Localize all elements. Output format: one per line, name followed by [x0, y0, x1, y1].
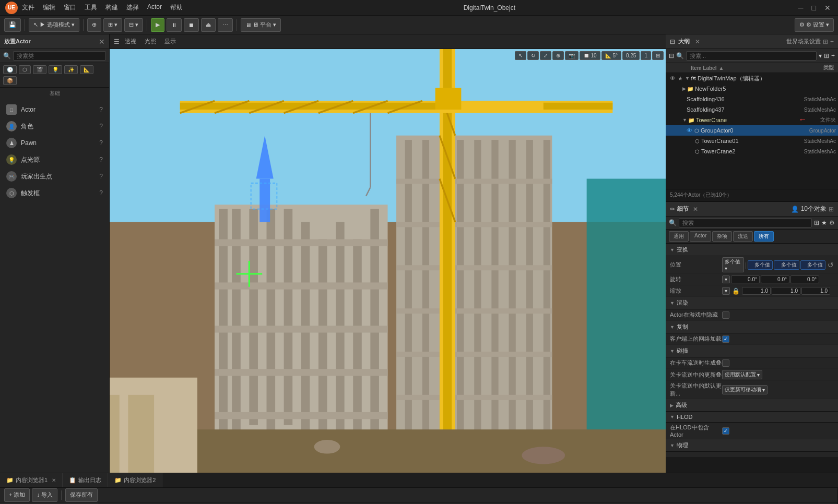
tree-item-towercrane[interactable]: ▼ 📁 TowerCrane 文件夹 → [666, 115, 838, 125]
scale-mode-dropdown[interactable]: ▾ [722, 287, 730, 295]
gen-overlap-checkbox[interactable] [722, 359, 729, 367]
hamburger-icon[interactable]: ☰ [114, 38, 120, 45]
tab-streaming[interactable]: 流送 [733, 231, 753, 242]
actor-search-input[interactable] [13, 51, 106, 61]
pos-x-input[interactable]: 多个值 [748, 260, 773, 270]
outliner-tree[interactable]: 👁 ★ ▼ 🗺 DigitalTwinMap（编辑器） ▶ 📁 NewFolde… [666, 73, 838, 189]
close-outliner-icon[interactable]: ✕ [695, 38, 700, 45]
more-button[interactable]: ⋯ [218, 18, 233, 32]
help-icon-character[interactable]: ? [99, 123, 103, 130]
actor-item-pawn[interactable]: ♟ Pawn ? [0, 135, 109, 151]
menu-file[interactable]: 文件 [22, 3, 34, 12]
menu-window[interactable]: 窗口 [64, 3, 76, 12]
help-icon-playerstart[interactable]: ? [99, 173, 103, 180]
actor-item-actor[interactable]: □ Actor ? [0, 101, 109, 118]
perspective-button[interactable]: 透视 [122, 37, 139, 46]
angle-snap[interactable]: 📐 5° [601, 51, 621, 60]
cinematic-tab[interactable]: 🎬 [33, 65, 46, 74]
stop-button[interactable]: ⏹ [184, 18, 199, 32]
tree-item-digitaltwinmap[interactable]: 👁 ★ ▼ 🗺 DigitalTwinMap（编辑器） [666, 73, 838, 83]
rot-y-input[interactable]: 0.0° [761, 275, 789, 283]
translate-tool[interactable]: ↖ [515, 51, 526, 60]
recently-used-tab[interactable]: 🕒 [3, 65, 17, 74]
outliner-filter-icon[interactable]: ⊟ [669, 52, 674, 59]
scale-lock-icon[interactable]: 🔒 [732, 287, 740, 295]
menu-help[interactable]: 帮助 [170, 3, 183, 12]
show-button[interactable]: 显示 [161, 37, 179, 46]
physics-section-header[interactable]: ▼ 物理 [666, 439, 838, 452]
actor-item-pointlight[interactable]: 💡 点光源 ? [0, 151, 109, 168]
lighting-button[interactable]: 光照 [141, 37, 159, 46]
filter-icon[interactable]: ⊟ [670, 38, 675, 45]
tab-actor[interactable]: Actor [690, 231, 711, 242]
outliner-grid-icon[interactable]: ⊞ [823, 38, 828, 45]
scale-y-input[interactable]: 1.0 [772, 287, 800, 295]
close-icon[interactable]: ✕ [99, 38, 105, 46]
close-cb1-icon[interactable]: ✕ [52, 477, 56, 483]
visual-tab[interactable]: ✨ [64, 65, 78, 74]
eye-icon-ga[interactable]: 👁 [687, 127, 692, 134]
position-reset-button[interactable]: ↺ [828, 261, 834, 269]
add-button[interactable]: ⊕ [87, 18, 101, 32]
save-all-button[interactable]: 保存所有 [65, 488, 98, 502]
outliner-add-icon[interactable]: + [830, 38, 834, 45]
snap-button[interactable]: ⊟ ▾ [124, 18, 143, 32]
add-button-cb[interactable]: + 添加 [4, 488, 30, 502]
close-button[interactable]: ✕ [822, 4, 833, 12]
tab-misc[interactable]: 杂项 [712, 231, 732, 242]
menu-tools[interactable]: 工具 [85, 3, 97, 12]
outliner-addcol-icon[interactable]: + [831, 52, 835, 59]
mode-select-button[interactable]: ↖ ▶ 选项模式 ▾ [29, 18, 79, 32]
viewport-canvas[interactable]: X Y Z ↖ ↻ ⤢ [110, 49, 666, 473]
menu-edit[interactable]: 编辑 [43, 3, 55, 12]
rendering-section-header[interactable]: ▼ 渲染 [666, 297, 838, 309]
close-details-icon[interactable]: ✕ [693, 206, 698, 213]
play-button[interactable]: ▶ [151, 18, 164, 32]
content-browser2-tab[interactable]: 📁 内容浏览器2 [108, 473, 162, 487]
tree-item-groupactor0[interactable]: 👁 ⬡ GroupActor0 GroupActor [666, 125, 838, 136]
menu-build[interactable]: 构建 [105, 3, 118, 12]
tree-item-towercrane01[interactable]: ⬡ TowerCrane01 StaticMeshAc [666, 136, 838, 146]
tab-all[interactable]: 所有 [754, 231, 774, 242]
actor-item-character[interactable]: 👤 角色 ? [0, 118, 109, 135]
outliner-search-input[interactable] [686, 51, 817, 61]
outliner-settings-icon[interactable]: ⊞ [824, 52, 829, 59]
lights-tab[interactable]: 💡 [49, 65, 62, 74]
star-icon[interactable]: ★ [678, 75, 683, 82]
tree-item-newfolder5[interactable]: ▶ 📁 NewFolder5 [666, 83, 838, 94]
collision-section-header[interactable]: ▼ 碰撞 [666, 345, 838, 357]
details-star-icon[interactable]: ★ [821, 219, 827, 226]
default-update-dropdown[interactable]: 仅更新可移动项 ▾ [722, 385, 768, 394]
eject-button[interactable]: ⏏ [201, 18, 216, 32]
scale-tool[interactable]: ⤢ [540, 51, 551, 60]
hidden-ingame-checkbox[interactable] [722, 311, 729, 319]
shapes-tab[interactable]: ⬡ [19, 65, 31, 74]
details-gear-icon[interactable]: ⚙ [829, 219, 835, 226]
scale-z-input[interactable]: 1.0 [801, 287, 830, 295]
output-log-tab[interactable]: 📋 输出日志 [63, 473, 108, 487]
outliner-dropdown-icon[interactable]: ▾ [819, 52, 822, 59]
expand-arrow-tc[interactable]: ▼ [682, 117, 687, 123]
world-settings-label[interactable]: 世界场景设置 [786, 38, 821, 45]
rotation-mode-dropdown[interactable]: ▾ [722, 275, 730, 283]
help-icon-pointlight[interactable]: ? [99, 156, 103, 163]
help-icon-pawn[interactable]: ? [99, 139, 103, 147]
geometry-tab[interactable]: 📐 [80, 65, 93, 74]
grid-button[interactable]: ⊞ ▾ [103, 18, 122, 32]
settings-button[interactable]: ⚙ ⚙ 设置 ▾ [795, 18, 834, 32]
rot-z-input[interactable]: 0.0° [790, 275, 819, 283]
menu-actor[interactable]: Actor [147, 3, 162, 12]
rotate-tool[interactable]: ↻ [527, 51, 539, 60]
expand-arrow[interactable]: ▼ [685, 76, 690, 81]
tree-item-scaffolding436[interactable]: Scaffolding436 StaticMeshAc [666, 94, 838, 104]
tree-item-towercrane2[interactable]: ⬡ TowerCrane2 StaticMeshAc [666, 146, 838, 157]
position-mode-dropdown[interactable]: 多个值 ▾ [722, 257, 744, 272]
help-icon-trigger[interactable]: ? [99, 189, 103, 197]
actor-item-trigger[interactable]: ⬡ 触发框 ? [0, 185, 109, 201]
tab-general[interactable]: 通用 [669, 231, 689, 242]
minimize-button[interactable]: ─ [796, 4, 806, 12]
layout-button[interactable]: ⊞ [652, 51, 664, 60]
expand-arrow-2[interactable]: ▶ [682, 86, 686, 91]
actor-item-playerstart[interactable]: 🎮 玩家出生点 ? [0, 168, 109, 185]
details-search-input[interactable] [679, 218, 812, 227]
